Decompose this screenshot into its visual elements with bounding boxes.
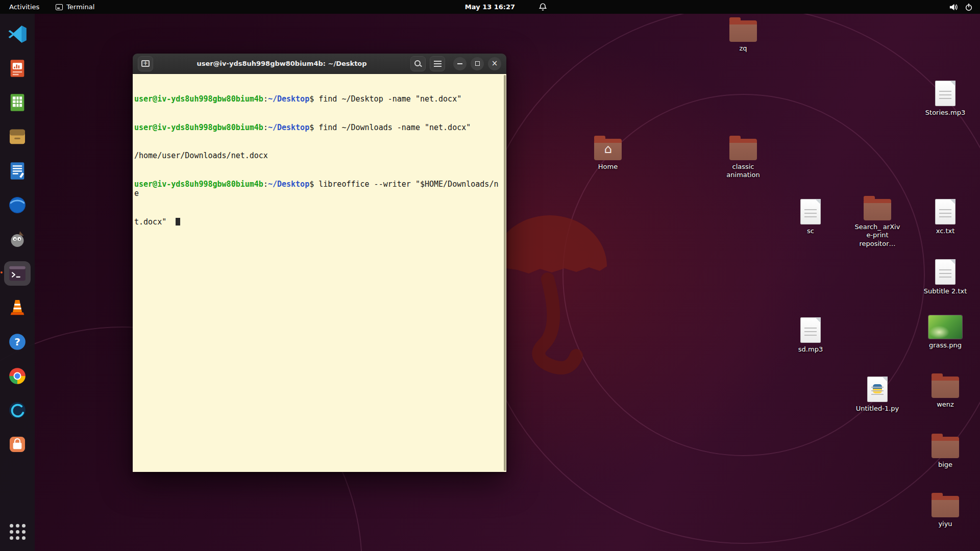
terminal-titlebar[interactable]: user@iv-yds8uh998gbw80bium4b: ~/Desktop … [133, 54, 506, 74]
home-folder-icon: ⌂ [594, 139, 622, 160]
volume-icon [949, 3, 959, 11]
command-text: find ~/Downloads -name "net.docx" [318, 123, 471, 132]
impress-icon [7, 58, 28, 79]
desktop-icon-label: Stories.mp3 [919, 109, 972, 117]
file-icon [800, 317, 821, 343]
dock-item-app-center[interactable] [4, 432, 31, 457]
activities-button[interactable]: Activities [0, 0, 48, 14]
dock-item-help[interactable]: ? [4, 330, 31, 354]
prompt-separator: : [263, 180, 268, 189]
dock-item-terminal[interactable] [4, 261, 31, 286]
hamburger-icon [434, 61, 442, 67]
folder-icon [729, 20, 757, 42]
blue-sphere-icon [7, 195, 28, 215]
vlc-icon [7, 297, 28, 318]
desktop-icon-bige[interactable]: bige [919, 437, 972, 469]
chrome-icon [7, 366, 28, 386]
dark-swirl-icon [7, 400, 28, 420]
file-icon [935, 81, 955, 106]
prompt-user: user@iv-yds8uh998gbw80bium4b [134, 180, 263, 189]
system-tray[interactable] [946, 0, 976, 14]
dock-item-blue-sphere-app[interactable] [4, 193, 31, 217]
minimize-button[interactable] [453, 57, 467, 70]
close-icon: × [492, 60, 498, 67]
dock-item-dark-swirl-app[interactable] [4, 398, 31, 422]
new-tab-button[interactable] [138, 56, 153, 71]
vscode-icon [7, 24, 28, 44]
dock-item-libreoffice-calc[interactable] [4, 90, 31, 115]
folder-icon [864, 199, 891, 220]
file-icon [935, 259, 955, 285]
desktop-icon-label: zq [717, 44, 770, 53]
terminal-title: user@iv-yds8uh998gbw80bium4b: ~/Desktop [157, 60, 406, 67]
output-text: /home/user/Downloads/net.docx [134, 151, 268, 160]
desktop-icon-subtitle-2-txt[interactable]: Subtitle 2.txt [919, 259, 972, 295]
desktop-icon-label: classic animation [717, 163, 770, 180]
search-button[interactable] [410, 56, 426, 71]
desktop-icon-untitled-1-py[interactable]: Untitled-1.py [851, 377, 904, 413]
desktop-icon-yiyu[interactable]: yiyu [919, 496, 972, 528]
dock-item-files[interactable] [4, 124, 31, 149]
terminal-output[interactable]: user@iv-yds8uh998gbw80bium4b:~/Desktop$ … [133, 74, 506, 472]
terminal-line: /home/user/Downloads/net.docx [134, 151, 501, 161]
close-button[interactable]: × [488, 57, 501, 70]
maximize-icon [475, 61, 480, 66]
file-icon [800, 199, 821, 224]
prompt-symbol: $ [309, 180, 318, 189]
prompt-path: ~/Desktop [268, 180, 309, 189]
python-file-icon [867, 377, 888, 402]
dock-item-libreoffice-writer[interactable] [4, 159, 31, 183]
terminal-mini-icon [56, 4, 63, 10]
folder-icon [729, 139, 757, 160]
dock: ? [0, 14, 35, 551]
terminal-line: user@iv-yds8uh998gbw80bium4b:~/Desktop$ … [134, 123, 501, 133]
prompt-symbol: $ [309, 94, 318, 104]
desktop-icon-label: bige [919, 461, 972, 469]
svg-text:?: ? [14, 336, 20, 348]
terminal-cursor [176, 218, 180, 226]
folder-icon [932, 496, 959, 517]
desktop-icon-label: grass.png [919, 341, 972, 349]
desktop-icon-wenz[interactable]: wenz [919, 377, 972, 409]
show-applications-button[interactable] [5, 519, 30, 544]
prompt-path: ~/Desktop [268, 94, 309, 104]
prompt-user: user@iv-yds8uh998gbw80bium4b [134, 123, 263, 132]
desktop-icon-label: yiyu [919, 520, 972, 528]
desktop-icon-label: Search_ arXiv e-print repositor… [851, 223, 904, 248]
prompt-path: ~/Desktop [268, 123, 309, 132]
dock-item-gimp[interactable] [4, 227, 31, 252]
maximize-button[interactable] [471, 57, 484, 70]
command-text: find ~/Desktop -name "net.docx" [318, 94, 461, 104]
clock-button[interactable]: May 13 16:27 [465, 0, 515, 14]
help-icon: ? [7, 332, 28, 352]
desktop: Activities Terminal May 13 16:27 [0, 0, 980, 551]
desktop-icon-xc-txt[interactable]: xc.txt [919, 199, 972, 235]
dock-item-vscode[interactable] [4, 22, 31, 46]
terminal-line: user@iv-yds8uh998gbw80bium4b:~/Desktop$ … [134, 94, 501, 104]
desktop-icon-grass-png[interactable]: grass.png [919, 315, 972, 349]
terminal-scrollbar[interactable] [504, 75, 506, 471]
bell-icon [538, 3, 547, 11]
new-tab-icon [141, 60, 150, 67]
desktop-icon-search-arxiv[interactable]: Search_ arXiv e-print repositor… [851, 199, 904, 248]
files-icon [7, 127, 28, 147]
desktop-icon-stories-mp3[interactable]: Stories.mp3 [919, 81, 972, 117]
notification-bell[interactable] [538, 0, 547, 14]
menu-button[interactable] [430, 56, 445, 71]
desktop-icon-sc[interactable]: sc [784, 199, 837, 235]
image-thumbnail-icon [928, 315, 962, 339]
dock-item-vlc[interactable] [4, 295, 31, 320]
desktop-icon-classic-animation[interactable]: classic animation [717, 139, 770, 180]
dock-item-chrome[interactable] [4, 364, 31, 388]
writer-icon [7, 161, 28, 181]
desktop-icon-label: wenz [919, 400, 972, 409]
desktop-icon-zq[interactable]: zq [717, 20, 770, 53]
grid-icon [10, 524, 26, 540]
calc-icon [7, 92, 28, 113]
dock-item-libreoffice-impress[interactable] [4, 56, 31, 81]
power-icon [965, 3, 973, 11]
desktop-icon-sd-mp3[interactable]: sd.mp3 [784, 317, 837, 354]
search-icon [414, 60, 422, 68]
focused-app-menu[interactable]: Terminal [48, 0, 102, 14]
desktop-icon-home[interactable]: ⌂ Home [581, 139, 634, 171]
